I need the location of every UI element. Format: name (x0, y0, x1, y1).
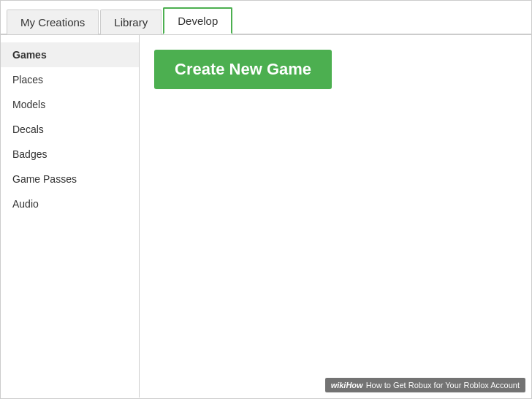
sidebar-item-badges-label: Badges (12, 148, 47, 160)
sidebar-item-decals[interactable]: Decals (1, 117, 139, 142)
content-area: Games Places Models Decals Badges Game P… (1, 35, 531, 398)
sidebar-item-models-label: Models (12, 99, 45, 110)
tab-my-creations[interactable]: My Creations (7, 10, 99, 34)
create-new-game-button-label: Create New Game (175, 60, 311, 78)
sidebar: Games Places Models Decals Badges Game P… (1, 35, 140, 398)
main-content: Create New Game (140, 35, 531, 398)
sidebar-item-games-label: Games (12, 49, 47, 61)
sidebar-item-games[interactable]: Games (1, 42, 139, 67)
tab-bar: My Creations Library Develop (1, 1, 531, 35)
wikihow-watermark: wikiHow How to Get Robux for Your Roblox… (325, 378, 525, 392)
sidebar-item-game-passes[interactable]: Game Passes (1, 167, 139, 191)
sidebar-item-models[interactable]: Models (1, 92, 139, 117)
sidebar-item-game-passes-label: Game Passes (12, 173, 77, 185)
sidebar-item-audio-label: Audio (12, 198, 39, 210)
wikihow-logo: wikiHow (331, 381, 363, 390)
sidebar-item-places-label: Places (12, 74, 43, 86)
sidebar-item-badges[interactable]: Badges (1, 142, 139, 167)
tab-library[interactable]: Library (100, 10, 162, 34)
sidebar-item-audio[interactable]: Audio (1, 191, 139, 216)
sidebar-item-places[interactable]: Places (1, 67, 139, 92)
tab-library-label: Library (114, 16, 148, 28)
sidebar-item-decals-label: Decals (12, 123, 44, 135)
create-new-game-button[interactable]: Create New Game (154, 50, 332, 89)
page-frame: My Creations Library Develop Games Place… (0, 0, 532, 399)
tab-develop-label: Develop (178, 15, 218, 27)
tab-develop[interactable]: Develop (163, 7, 232, 34)
wikihow-description: How to Get Robux for Your Roblox Account (366, 381, 520, 390)
tab-my-creations-label: My Creations (20, 16, 85, 28)
